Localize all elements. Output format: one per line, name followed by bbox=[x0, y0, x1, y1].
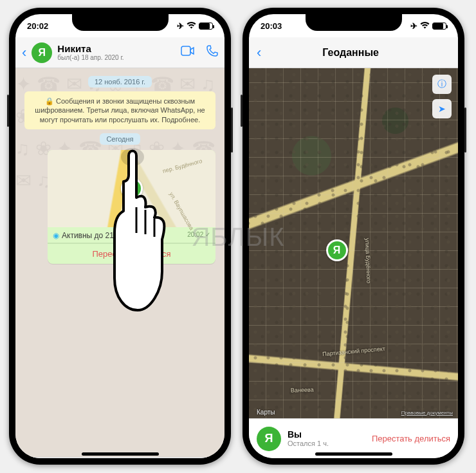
page-title: Геоданные bbox=[322, 47, 379, 59]
street-label: Партизанский проспект bbox=[322, 346, 385, 357]
street-label: Ванеева bbox=[291, 386, 314, 393]
self-avatar: Я bbox=[257, 427, 281, 451]
home-indicator[interactable] bbox=[82, 452, 159, 456]
notch bbox=[306, 14, 402, 31]
status-indicators: ✈︎ bbox=[410, 21, 446, 31]
map-attribution: Карты bbox=[254, 409, 275, 416]
location-pin[interactable]: Я bbox=[326, 239, 348, 261]
video-call-button[interactable] bbox=[181, 46, 195, 59]
status-indicators: ✈︎ bbox=[177, 21, 213, 31]
status-time: 20:03 bbox=[261, 21, 282, 31]
back-button[interactable]: ‹ bbox=[22, 44, 26, 61]
date-badge: 12 нояб. 2016 г. bbox=[88, 76, 152, 88]
input-bar: + bbox=[15, 457, 224, 458]
last-seen: был(-а) 18 апр. 2020 г. bbox=[57, 54, 169, 61]
contact-info[interactable]: Никита был(-а) 18 апр. 2020 г. bbox=[57, 44, 169, 62]
battery-icon bbox=[199, 23, 213, 30]
chat-header: ‹ Я Никита был(-а) 18 апр. 2020 г. bbox=[15, 37, 224, 68]
map-controls: ⓘ ➤ bbox=[432, 75, 452, 118]
message-timestamp: 20:02 ✓ bbox=[187, 231, 210, 240]
time-remaining: Остался 1 ч. bbox=[288, 440, 365, 448]
self-info: Вы Остался 1 ч. bbox=[288, 429, 365, 449]
wifi-icon bbox=[187, 21, 196, 31]
home-indicator[interactable] bbox=[315, 452, 392, 456]
self-name: Вы bbox=[288, 429, 365, 440]
tap-gesture-illustration bbox=[105, 143, 176, 323]
satellite-map[interactable]: ⓘ ➤ улица Будённого Партизанский проспек… bbox=[249, 68, 458, 418]
svg-rect-0 bbox=[181, 46, 190, 55]
legal-link[interactable]: Правовые документы bbox=[401, 410, 453, 416]
airplane-icon: ✈︎ bbox=[410, 21, 417, 31]
encryption-notice[interactable]: 🔒 Сообщения и звонки защищены сквозным ш… bbox=[24, 91, 215, 129]
notch bbox=[72, 14, 169, 31]
battery-icon bbox=[432, 23, 446, 30]
contact-avatar[interactable]: Я bbox=[32, 42, 52, 63]
street-label: улица Будённого bbox=[364, 237, 372, 283]
back-button[interactable]: ‹ bbox=[257, 44, 261, 61]
status-time: 20:02 bbox=[27, 21, 48, 31]
voice-call-button[interactable] bbox=[206, 45, 218, 60]
screen-left: 20:02 ✈︎ ‹ Я Никита был(-а) 18 апр. 2020… bbox=[15, 14, 224, 458]
contact-name: Никита bbox=[57, 44, 169, 55]
live-location-icon: ◉ bbox=[53, 231, 59, 240]
geo-header: ‹ Геоданные bbox=[249, 37, 458, 68]
map-info-button[interactable]: ⓘ bbox=[432, 75, 452, 94]
locate-me-button[interactable]: ➤ bbox=[432, 99, 452, 118]
stop-sharing-button[interactable]: Перестать делиться bbox=[372, 434, 450, 443]
phone-left: 20:02 ✈︎ ‹ Я Никита был(-а) 18 апр. 2020… bbox=[9, 8, 231, 465]
wifi-icon bbox=[420, 21, 430, 31]
airplane-icon: ✈︎ bbox=[177, 21, 184, 31]
screen-right: 20:03 ✈︎ ‹ Геоданные ⓘ ➤ улица Будённого… bbox=[249, 14, 458, 458]
phone-right: 20:03 ✈︎ ‹ Геоданные ⓘ ➤ улица Будённого… bbox=[243, 8, 464, 465]
